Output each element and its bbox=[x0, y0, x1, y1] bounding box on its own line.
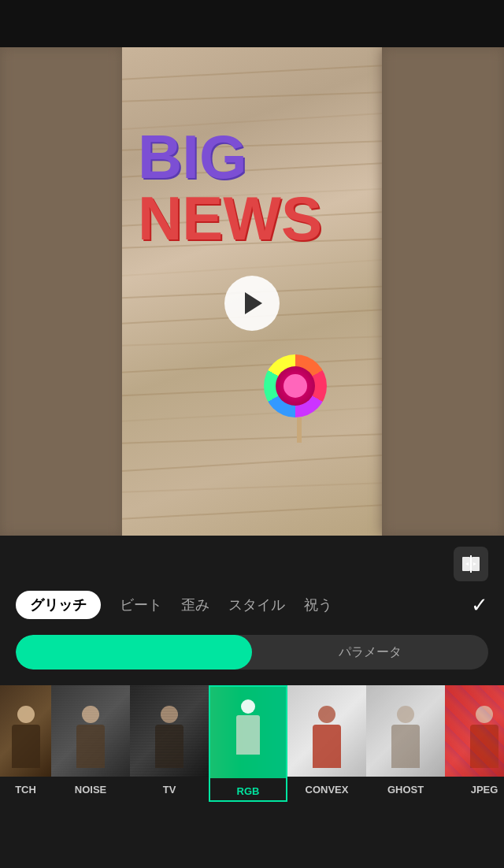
lollipop-candy bbox=[264, 354, 327, 417]
thumb-tv[interactable]: TV bbox=[130, 685, 209, 802]
thumb-tv-image bbox=[130, 685, 209, 777]
top-bar bbox=[0, 0, 504, 47]
thumb-rgb[interactable]: RGB bbox=[209, 685, 287, 802]
video-preview-area: BIG NEWS bbox=[0, 47, 504, 536]
compare-icon-wrap[interactable] bbox=[454, 547, 488, 581]
thumb-tch-label: TCH bbox=[0, 777, 51, 802]
tab-glitch[interactable]: グリッチ bbox=[16, 591, 101, 619]
tab-style[interactable]: スタイル bbox=[228, 591, 285, 619]
person-silhouette bbox=[2, 706, 50, 777]
thumb-ghost-image bbox=[366, 685, 445, 777]
video-text-overlay: BIG NEWS bbox=[138, 126, 322, 249]
video-inner[interactable]: BIG NEWS bbox=[122, 47, 382, 536]
toggle-bar: パラメータ bbox=[16, 635, 488, 670]
toggle-effect[interactable] bbox=[16, 635, 252, 670]
thumb-jpeg[interactable]: JPEG bbox=[445, 685, 504, 802]
thumb-rgb-label: RGB bbox=[210, 778, 286, 802]
thumb-convex-image bbox=[287, 685, 366, 777]
tab-distort[interactable]: 歪み bbox=[181, 591, 209, 619]
thumb-convex-label: CONVEX bbox=[287, 777, 366, 802]
thumb-tch-image bbox=[0, 685, 51, 777]
side-blur-left bbox=[0, 47, 122, 536]
compare-icon[interactable] bbox=[454, 547, 488, 581]
tab-celebrate[interactable]: 祝う bbox=[304, 591, 332, 619]
compare-svg-icon bbox=[461, 554, 481, 574]
news-label: NEWS bbox=[138, 187, 322, 249]
thumb-noise[interactable]: NOISE bbox=[51, 685, 130, 802]
tab-bar: グリッチ ビート 歪み スタイル 祝う ✓ bbox=[0, 591, 504, 619]
lollipop-sticker bbox=[264, 354, 335, 441]
thumb-noise-label: NOISE bbox=[51, 777, 130, 802]
toggle-parameter[interactable]: パラメータ bbox=[252, 635, 488, 670]
thumb-noise-image bbox=[51, 685, 130, 777]
thumb-ghost-label: GHOST bbox=[366, 777, 445, 802]
big-label: BIG bbox=[138, 126, 322, 187]
play-button[interactable] bbox=[224, 276, 280, 331]
lollipop-stick bbox=[297, 417, 302, 443]
effect-thumbnails: TCH NOISE TV bbox=[0, 685, 504, 802]
tab-beat[interactable]: ビート bbox=[120, 591, 162, 619]
side-blur-right bbox=[382, 47, 504, 536]
thumb-tch[interactable]: TCH bbox=[0, 685, 51, 802]
check-button[interactable]: ✓ bbox=[471, 593, 488, 618]
thumb-ghost[interactable]: GHOST bbox=[366, 685, 445, 802]
thumb-convex[interactable]: CONVEX bbox=[287, 685, 366, 802]
thumb-jpeg-label: JPEG bbox=[445, 777, 504, 802]
person-silhouette bbox=[303, 706, 350, 777]
thumb-jpeg-image bbox=[445, 685, 504, 777]
bottom-panel: グリッチ ビート 歪み スタイル 祝う ✓ パラメータ TCH bbox=[0, 536, 504, 868]
thumb-tv-label: TV bbox=[130, 777, 209, 802]
thumb-rgb-image bbox=[210, 687, 286, 778]
